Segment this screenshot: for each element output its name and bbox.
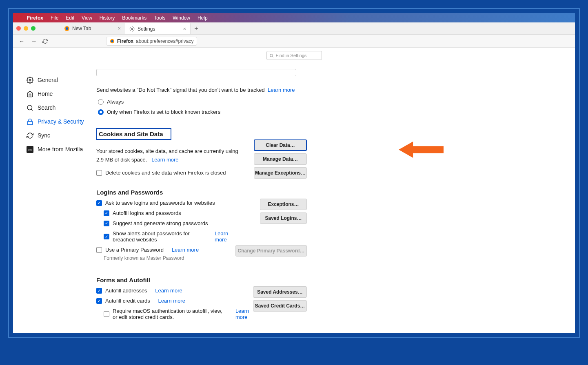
menu-window[interactable]: Window [173, 15, 190, 21]
autofill-cards-label: Autofill credit cards [105, 298, 150, 304]
tab-close-icon[interactable]: × [183, 26, 186, 32]
logins-section-title: Logins and Passwords [96, 189, 235, 196]
require-auth-label: Require macOS authentication to autofill… [113, 308, 224, 320]
saved-addresses-button[interactable]: Saved Addresses… [253, 286, 307, 298]
breach-alerts-label: Show alerts about passwords for breached… [113, 230, 206, 243]
collapsed-section-box [96, 69, 296, 76]
radio-always[interactable] [98, 99, 104, 105]
home-icon [26, 90, 33, 97]
gear-favicon-icon [129, 26, 135, 32]
menu-tools[interactable]: Tools [154, 15, 165, 21]
forms-section-title: Forms and Autofill [96, 277, 253, 283]
svg-rect-10 [27, 121, 33, 124]
menu-file[interactable]: File [51, 15, 58, 21]
url-text: about:preferences#privacy [136, 38, 193, 44]
manage-exceptions-button[interactable]: Manage Exceptions… [254, 167, 307, 179]
menu-view[interactable]: View [82, 15, 92, 21]
radio-always-label: Always [107, 99, 124, 105]
autofill-addresses-label: Autofill addresses [105, 288, 147, 294]
tab-label: Settings [138, 26, 155, 32]
manage-data-button[interactable]: Manage Data… [254, 153, 307, 165]
menu-firefox[interactable]: Firefox [27, 15, 43, 21]
primary-password-label: Use a Primary Password [105, 247, 164, 253]
macos-menubar: Firefox File Edit View History Bookmarks… [13, 13, 575, 22]
window-minimize-button[interactable] [24, 26, 28, 31]
sidebar-item-general[interactable]: General [26, 73, 95, 87]
primary-learn-more-link[interactable]: Learn more [172, 247, 199, 253]
window-close-button[interactable] [16, 26, 21, 31]
nav-toolbar: ← → Firefox about:preferences#privacy [13, 35, 575, 48]
addresses-learn-more-link[interactable]: Learn more [155, 288, 182, 294]
settings-content: Find in Settings General Home Search Pri… [13, 48, 575, 333]
sidebar-item-home[interactable]: Home [26, 87, 95, 101]
nav-forward-button[interactable]: → [30, 38, 38, 44]
tab-close-icon[interactable]: × [118, 25, 121, 31]
checkbox-autofill-cards[interactable]: ✓ [96, 298, 102, 304]
checkbox-require-macos-auth[interactable] [104, 311, 109, 317]
cookies-section-title: Cookies and Site Data [96, 128, 171, 140]
checkbox-delete-label: Delete cookies and site data when Firefo… [105, 170, 226, 176]
cards-learn-more-link[interactable]: Learn more [158, 298, 185, 304]
ask-save-label: Ask to save logins and passwords for web… [105, 200, 215, 206]
tab-settings[interactable]: Settings × [125, 23, 191, 34]
dnt-description: Send websites a "Do Not Track" signal th… [96, 87, 265, 93]
sidebar-item-privacy[interactable]: Privacy & Security [26, 115, 95, 128]
tab-label: New Tab [72, 26, 91, 31]
checkbox-breach-alerts[interactable]: ✓ [104, 234, 109, 239]
suggest-passwords-label: Suggest and generate strong passwords [113, 220, 208, 226]
new-tab-button[interactable]: + [191, 25, 202, 32]
url-bar[interactable]: Firefox about:preferences#privacy [106, 37, 197, 46]
radio-only-label: Only when Firefox is set to block known … [107, 109, 220, 115]
clear-data-button[interactable]: Clear Data… [254, 139, 307, 151]
sidebar-label: Search [38, 104, 55, 111]
menu-bookmarks[interactable]: Bookmarks [122, 15, 146, 21]
logins-exceptions-button[interactable]: Exceptions… [260, 199, 307, 210]
checkbox-primary-password[interactable] [96, 247, 102, 253]
cookies-learn-more-link[interactable]: Learn more [151, 157, 178, 163]
menu-history[interactable]: History [100, 15, 115, 21]
svg-point-7 [29, 79, 31, 81]
tab-new-tab[interactable]: New Tab × [60, 23, 125, 34]
saved-logins-button[interactable]: Saved Logins… [260, 212, 307, 224]
checkbox-suggest-passwords[interactable]: ✓ [104, 221, 109, 226]
mozilla-icon: m [26, 146, 33, 153]
radio-only-trackers[interactable] [98, 109, 104, 115]
checkbox-ask-save-logins[interactable]: ✓ [96, 200, 102, 206]
formerly-master-password: Formerly known as Master Password [104, 255, 235, 261]
dnt-learn-more-link[interactable]: Learn more [268, 87, 295, 93]
sync-icon [26, 132, 33, 139]
svg-point-1 [66, 27, 68, 30]
sidebar-label: General [38, 77, 58, 83]
breach-learn-more-link[interactable]: Learn more [215, 230, 235, 243]
checkbox-delete-on-close[interactable] [96, 170, 102, 176]
nav-back-button[interactable]: ← [18, 38, 25, 44]
firefox-favicon-icon [64, 26, 70, 31]
sidebar-label: Home [38, 91, 53, 97]
lock-icon [26, 118, 33, 125]
checkbox-autofill-logins[interactable]: ✓ [104, 210, 109, 216]
window-zoom-button[interactable] [31, 26, 36, 31]
autofill-logins-label: Autofill logins and passwords [113, 210, 181, 216]
checkbox-autofill-addresses[interactable]: ✓ [96, 288, 102, 294]
tab-bar: New Tab × Settings × + [13, 22, 575, 35]
callout-arrow [399, 142, 444, 158]
sidebar-item-sync[interactable]: Sync [26, 128, 95, 142]
settings-main: Send websites a "Do Not Track" signal th… [95, 53, 307, 333]
svg-text:m: m [28, 148, 31, 152]
gear-icon [26, 76, 33, 84]
sidebar-label: Privacy & Security [38, 118, 84, 125]
menu-help[interactable]: Help [197, 15, 208, 21]
sidebar-item-search[interactable]: Search [26, 101, 95, 115]
svg-point-4 [111, 40, 113, 42]
url-brand: Firefox [117, 38, 133, 44]
sidebar-item-more[interactable]: m More from Mozilla [26, 142, 95, 156]
svg-line-9 [31, 109, 32, 110]
saved-credit-cards-button[interactable]: Saved Credit Cards… [253, 300, 307, 312]
sidebar-label: More from Mozilla [38, 146, 83, 153]
svg-point-2 [131, 28, 133, 30]
settings-sidebar: General Home Search Privacy & Security S… [13, 53, 95, 333]
require-learn-more-link[interactable]: Learn more [235, 308, 253, 320]
search-icon [26, 104, 33, 111]
nav-reload-button[interactable] [42, 38, 48, 44]
menu-edit[interactable]: Edit [66, 15, 74, 21]
